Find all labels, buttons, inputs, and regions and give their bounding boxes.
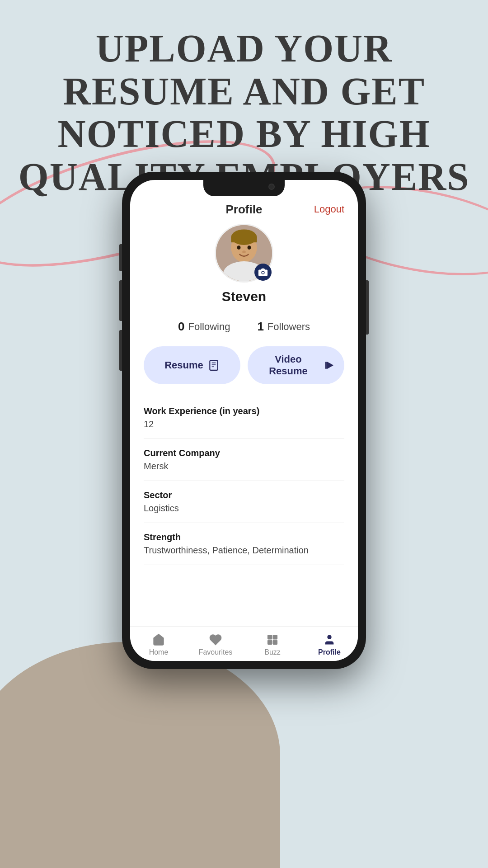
svg-point-8	[242, 250, 246, 253]
field-current-company: Current Company Mersk	[144, 439, 344, 481]
current-company-value: Mersk	[144, 461, 344, 472]
svg-rect-20	[273, 640, 277, 644]
bg-decoration-tan	[0, 642, 280, 868]
buzz-icon	[266, 633, 279, 646]
svg-point-7	[248, 245, 251, 250]
svg-rect-18	[273, 635, 277, 639]
page-title: Profile	[226, 203, 263, 217]
resume-label: Resume	[164, 359, 203, 371]
phone-camera	[268, 184, 275, 190]
svg-point-21	[327, 635, 331, 639]
field-sector: Sector Logistics	[144, 481, 344, 523]
bottom-navigation: Home Favourites	[130, 626, 358, 661]
phone-btn-volume-silent	[119, 244, 122, 271]
strength-value: Trustworthiness, Patience, Determination	[144, 545, 344, 556]
logout-button[interactable]: Logout	[314, 203, 344, 215]
video-resume-button[interactable]: Video Resume	[248, 346, 344, 384]
phone-frame: Profile Logout	[122, 172, 366, 669]
profile-content: Steven 0 Following 1 Followers	[130, 224, 358, 626]
nav-home-label: Home	[149, 648, 169, 656]
nav-item-favourites[interactable]: Favourites	[187, 633, 244, 656]
home-icon	[152, 633, 165, 646]
heart-icon	[209, 633, 222, 646]
stats-row: 0 Following 1 Followers	[144, 320, 344, 334]
svg-point-6	[237, 245, 241, 250]
nav-item-buzz[interactable]: Buzz	[244, 633, 301, 656]
phone-btn-power	[366, 280, 369, 335]
video-resume-label: Video Resume	[257, 354, 320, 377]
svg-rect-19	[268, 640, 272, 644]
phone-mockup: Profile Logout	[122, 172, 366, 669]
profile-nav-icon	[323, 633, 336, 646]
sector-value: Logistics	[144, 503, 344, 514]
followers-label: Followers	[267, 321, 310, 333]
current-company-label: Current Company	[144, 448, 344, 458]
nav-favourites-label: Favourites	[199, 648, 233, 656]
camera-upload-button[interactable]	[254, 264, 272, 281]
work-experience-value: 12	[144, 419, 344, 429]
svg-marker-15	[327, 362, 333, 369]
sector-label: Sector	[144, 490, 344, 500]
play-icon	[324, 359, 335, 371]
following-count: 0	[178, 320, 184, 334]
phone-screen: Profile Logout	[130, 180, 358, 661]
nav-item-home[interactable]: Home	[130, 633, 187, 656]
phone-btn-volume-up	[119, 280, 122, 321]
following-stat: 0 Following	[178, 320, 230, 334]
field-work-experience: Work Experience (in years) 12	[144, 397, 344, 439]
followers-count: 1	[257, 320, 263, 334]
avatar-section: Steven	[144, 224, 344, 311]
action-buttons: Resume Video Resume	[144, 346, 344, 384]
nav-profile-label: Profile	[318, 648, 341, 656]
work-experience-label: Work Experience (in years)	[144, 406, 344, 416]
svg-point-10	[262, 272, 264, 274]
avatar-wrapper	[215, 224, 273, 283]
svg-rect-17	[268, 635, 272, 639]
followers-stat: 1 Followers	[257, 320, 310, 334]
document-icon	[208, 359, 220, 371]
svg-rect-11	[210, 360, 217, 370]
strength-label: Strength	[144, 532, 344, 542]
following-label: Following	[188, 321, 230, 333]
phone-notch	[203, 180, 285, 196]
field-strength: Strength Trustworthiness, Patience, Dete…	[144, 523, 344, 565]
resume-button[interactable]: Resume	[144, 346, 240, 384]
user-name: Steven	[222, 289, 266, 304]
nav-item-profile[interactable]: Profile	[301, 633, 358, 656]
svg-rect-3	[231, 237, 257, 242]
nav-buzz-label: Buzz	[264, 648, 281, 656]
svg-rect-16	[325, 362, 327, 369]
phone-btn-volume-down	[119, 330, 122, 371]
camera-icon	[258, 267, 268, 277]
